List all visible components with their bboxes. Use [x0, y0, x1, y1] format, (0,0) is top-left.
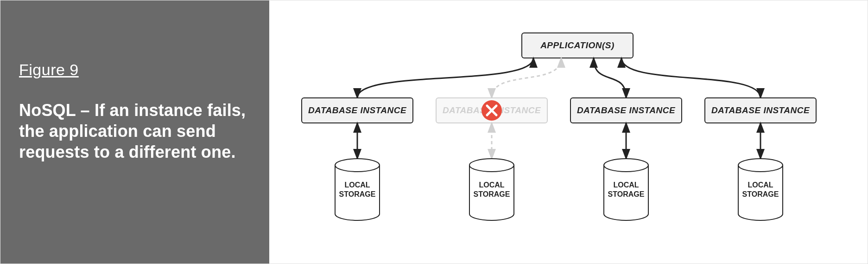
connector-app-to-db-4 — [621, 58, 760, 98]
svg-point-3 — [469, 159, 514, 172]
storage-label-line2-2: STORAGE — [474, 190, 510, 198]
database-instance-label-4: DATABASE INSTANCE — [711, 105, 810, 115]
architecture-diagram: APPLICATION(S)DATABASE INSTANCELOCALSTOR… — [269, 0, 867, 264]
caption-panel: Figure 9 NoSQL – If an instance fails, t… — [0, 0, 269, 264]
connector-app-to-db-2 — [492, 58, 561, 98]
svg-point-0 — [335, 159, 380, 172]
svg-point-4 — [604, 159, 648, 172]
storage-label-line1-2: LOCAL — [479, 181, 504, 189]
figure-number: Figure 9 — [19, 61, 251, 79]
storage-label-line2-3: STORAGE — [608, 190, 645, 198]
figure-caption: NoSQL – If an instance fails, the applic… — [19, 100, 251, 162]
svg-point-5 — [738, 159, 783, 172]
database-instance-label-3: DATABASE INSTANCE — [577, 105, 676, 115]
storage-label-line1-4: LOCAL — [748, 181, 773, 189]
storage-label-line2-4: STORAGE — [742, 190, 779, 198]
storage-label-line1-1: LOCAL — [344, 181, 370, 189]
storage-label-line1-3: LOCAL — [613, 181, 639, 189]
diagram-panel: APPLICATION(S)DATABASE INSTANCELOCALSTOR… — [269, 0, 868, 264]
figure-frame: Figure 9 NoSQL – If an instance fails, t… — [0, 0, 868, 264]
storage-label-line2-1: STORAGE — [339, 190, 376, 198]
connector-app-to-db-1 — [357, 58, 533, 98]
application-label: APPLICATION(S) — [540, 40, 615, 50]
database-instance-label-1: DATABASE INSTANCE — [308, 105, 407, 115]
connector-app-to-db-3 — [594, 58, 626, 98]
